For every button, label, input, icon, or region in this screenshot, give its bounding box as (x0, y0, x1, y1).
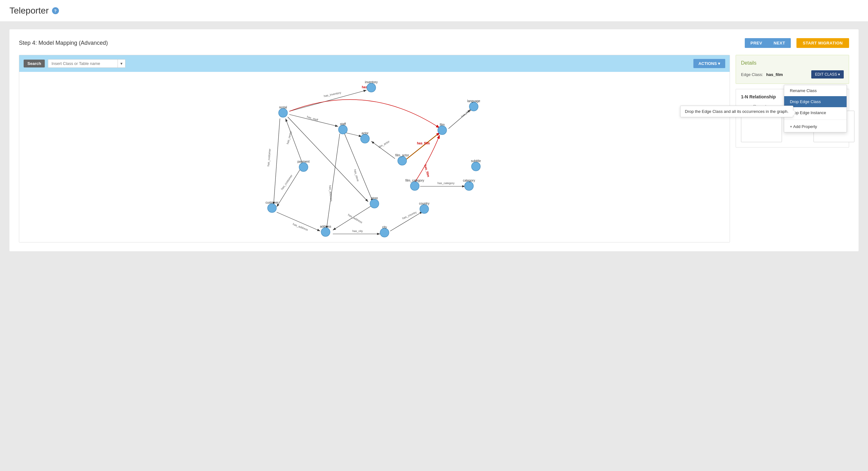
start-migration-button[interactable]: START MIGRATION (797, 38, 849, 48)
step-panel: Step 4: Model Mapping (Advanced) PREV NE… (9, 29, 859, 251)
node-actor[interactable] (361, 134, 369, 143)
step-nav: PREV NEXT (745, 38, 791, 48)
svg-text:has_store: has_store (353, 169, 360, 182)
node-rental[interactable] (279, 109, 287, 117)
graph-canvas: has_inventory has_staff has_language fil… (19, 72, 730, 242)
step-title: Step 4: Model Mapping (Advanced) (19, 40, 108, 46)
node-language[interactable] (469, 102, 478, 111)
details-title: Details (741, 60, 844, 66)
node-staff[interactable] (339, 125, 347, 134)
content-area: Search ▾ ACTIONS ▾ (19, 55, 849, 242)
drop-edge-class-item[interactable]: Drop Edge Class Drop the Edge Class and … (784, 96, 846, 107)
svg-text:has_category: has_category (437, 182, 455, 185)
step-header: Step 4: Model Mapping (Advanced) PREV NE… (19, 38, 849, 48)
edit-class-button[interactable]: EDIT CLASS ▾ (811, 70, 844, 79)
svg-text:has_address: has_address (292, 223, 309, 232)
svg-text:has_rental: has_rental (286, 131, 292, 144)
dropdown-divider (784, 119, 846, 120)
node-city[interactable] (380, 228, 389, 237)
svg-text:store: store (371, 197, 378, 200)
app-header: Teleporter ? (0, 0, 868, 22)
node-customer[interactable] (268, 204, 276, 212)
main-content: Step 4: Model Mapping (Advanced) PREV NE… (0, 22, 868, 259)
svg-text:has_staff: has_staff (306, 115, 318, 121)
svg-text:film_actor: film_actor (395, 153, 409, 157)
svg-text:has_customer: has_customer (280, 174, 293, 190)
svg-text:language: language (467, 99, 480, 103)
graph-panel: Search ▾ ACTIONS ▾ (19, 55, 730, 242)
rename-class-item[interactable]: Rename Class (784, 85, 846, 96)
svg-text:has_country: has_country (402, 211, 417, 220)
app-help-icon[interactable]: ? (52, 7, 59, 14)
svg-text:inventory: inventory (365, 80, 378, 84)
edit-class-wrap: EDIT CLASS ▾ Rename Class Drop Edge Clas… (811, 70, 844, 79)
edit-class-dropdown: Rename Class Drop Edge Class Drop the Ed… (784, 85, 847, 133)
svg-text:has_film: has_film (424, 164, 430, 177)
svg-text:category: category (463, 179, 475, 182)
svg-text:country: country (419, 202, 430, 205)
svg-text:has_inventory: has_inventory (323, 91, 341, 98)
svg-text:rental: rental (279, 106, 287, 109)
svg-line-15 (274, 119, 280, 205)
svg-text:customer: customer (266, 201, 279, 204)
search-input-wrap: ▾ (48, 59, 125, 68)
svg-text:address: address (320, 225, 331, 228)
svg-line-25 (390, 211, 423, 231)
svg-text:actor: actor (362, 131, 369, 135)
app-title: Teleporter (9, 6, 49, 16)
node-film-actor[interactable] (398, 156, 407, 165)
step-header-right: PREV NEXT START MIGRATION (745, 38, 849, 48)
svg-line-4 (289, 114, 338, 126)
svg-text:film_category: film_category (405, 179, 424, 182)
svg-line-31 (288, 117, 368, 202)
drop-edge-class-label: Drop Edge Class (790, 99, 821, 104)
svg-text:has_customer: has_customer (267, 148, 271, 167)
details-panel: Details Edge Class: has_film EDIT CLASS … (736, 55, 849, 242)
add-property-item[interactable]: + Add Property (784, 121, 846, 132)
svg-text:has_city: has_city (352, 230, 363, 233)
svg-line-13 (277, 169, 300, 207)
svg-text:payment: payment (298, 160, 310, 163)
svg-text:film_actor: film_actor (378, 140, 390, 149)
svg-text:staff: staff (340, 122, 346, 126)
svg-text:city: city (382, 226, 387, 229)
drop-edge-class-tooltip: Drop the Edge Class and all its occurren… (680, 106, 793, 117)
search-label: Search (24, 60, 45, 67)
node-film-category[interactable] (410, 182, 419, 190)
node-inventory[interactable] (367, 83, 376, 92)
details-row: Edge Class: has_film EDIT CLASS ▾ Rename… (741, 70, 844, 79)
next-button[interactable]: NEXT (768, 38, 791, 48)
node-film[interactable] (438, 126, 446, 135)
edge-class-label: Edge Class: (741, 72, 763, 77)
prev-button[interactable]: PREV (745, 38, 768, 48)
node-category[interactable] (465, 182, 473, 190)
node-address[interactable] (321, 228, 330, 236)
search-input[interactable] (48, 60, 118, 67)
node-store[interactable] (370, 199, 379, 208)
node-country[interactable] (420, 205, 429, 213)
svg-text:film: film (440, 123, 445, 126)
node-subtitle[interactable] (471, 162, 480, 171)
svg-text:subtitle: subtitle (471, 159, 481, 163)
search-dropdown-button[interactable]: ▾ (118, 60, 125, 67)
svg-line-29 (327, 134, 340, 229)
svg-line-21 (277, 212, 320, 231)
actions-button[interactable]: ACTIONS ▾ (693, 59, 725, 68)
edge-class-value: has_film (766, 72, 808, 77)
svg-line-2 (289, 90, 367, 111)
svg-text:has_film: has_film (417, 142, 430, 145)
node-payment[interactable] (299, 163, 308, 172)
svg-text:has_address: has_address (347, 213, 363, 224)
details-box: Details Edge Class: has_film EDIT CLASS … (736, 55, 849, 84)
graph-toolbar: Search ▾ ACTIONS ▾ (19, 55, 730, 72)
